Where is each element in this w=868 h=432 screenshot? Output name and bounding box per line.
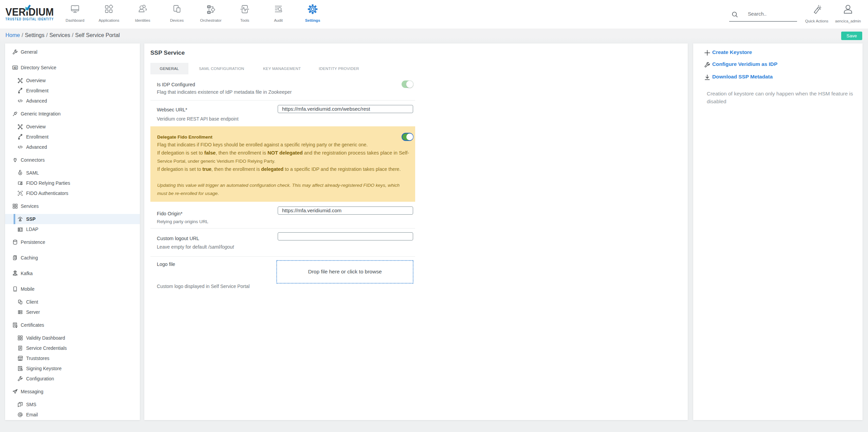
svg-text:AD: AD <box>14 67 17 69</box>
